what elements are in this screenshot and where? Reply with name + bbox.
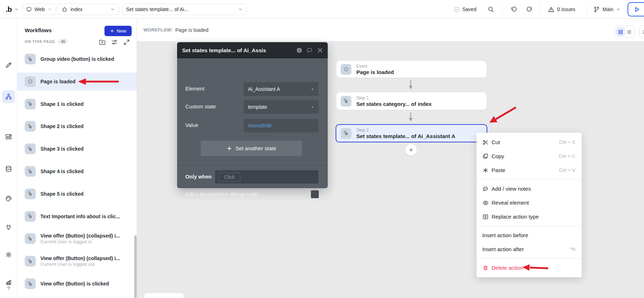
rail-item-styles[interactable] (2, 192, 15, 205)
scissors-icon (482, 139, 489, 146)
workflow-item-icon (25, 278, 36, 289)
menu-item-copy[interactable]: Copy Ctrl + C (477, 149, 582, 163)
rail-item-workflow[interactable] (2, 90, 15, 103)
search-icon[interactable] (487, 6, 494, 13)
workflows-panel: Workflows New ON THIS PAGE 45 Group vide… (17, 19, 137, 298)
branch-icon (593, 6, 600, 13)
click-icon (27, 213, 33, 219)
value-input[interactable]: HomeBNB (244, 119, 318, 132)
workflow-list-item[interactable]: Shape 3 is clicked (17, 140, 137, 158)
top-bar: .b Web index Set states template... of A… (0, 0, 644, 19)
divider (3, 99, 14, 100)
components-icon (5, 133, 12, 140)
platform-selector[interactable]: Web (22, 4, 56, 15)
chevron-down-icon (310, 87, 315, 92)
property-editor-header[interactable]: Set states template... of Ai_Assis (177, 42, 328, 58)
scissors-icon (482, 139, 492, 146)
menu-item-replace-action-type[interactable]: Replace action type (477, 210, 582, 224)
bubble-logo[interactable]: .b (6, 0, 19, 19)
menu-item-label: Delete action (492, 265, 523, 271)
gear-icon (5, 251, 12, 258)
issues-label: 0 issues (557, 6, 575, 12)
menu-item-insert-action-after[interactable]: Insert action after ^N (477, 242, 582, 256)
set-another-state-button[interactable]: Set another state (201, 141, 302, 156)
element-field-label: Element (185, 86, 204, 92)
menu-item-reveal-element[interactable]: Reveal element (477, 196, 582, 210)
undo-icon[interactable] (510, 6, 517, 13)
workflow-list-item[interactable]: Shape 1 is clicked (17, 95, 137, 113)
save-status: Saved (454, 0, 477, 19)
menu-item-add-view-notes[interactable]: Add / view notes (477, 182, 582, 196)
menu-item-cut[interactable]: Cut Ctrl + X (477, 135, 582, 149)
element-dropdown-value: Ai_Assistant A (248, 86, 280, 92)
element-dropdown[interactable]: Ai_Assistant A (244, 82, 318, 96)
workflow-header-label: WORKFLOW: (143, 28, 173, 33)
workflow-list-item[interactable]: View offer (Button) is clicked (17, 275, 137, 293)
issues-indicator[interactable]: 0 issues (548, 0, 575, 19)
filter-sliders-icon[interactable] (111, 39, 118, 46)
workflow-list-item[interactable]: View offer (Button) (collapsed) i... Cur… (17, 252, 137, 270)
expand-icon[interactable] (123, 39, 130, 46)
note-icon (642, 29, 644, 35)
rail-item-plugins[interactable] (2, 221, 15, 234)
workflow-list-item[interactable]: Shape 5 is clicked (17, 185, 137, 203)
card-view-toggle[interactable] (616, 27, 625, 36)
rail-item-settings[interactable] (2, 248, 15, 261)
rail-item-components[interactable] (2, 130, 15, 143)
workflow-header-value: Page is loaded (175, 27, 209, 33)
warning-icon (548, 6, 555, 13)
folder-plus-icon[interactable] (99, 39, 106, 46)
workflow-list-item[interactable]: Shape 2 is clicked (17, 117, 137, 135)
rail-item-design[interactable] (2, 59, 15, 72)
menu-item-delete-action[interactable]: Delete action (477, 261, 582, 275)
chevron-down-icon (238, 7, 243, 12)
property-editor-title: Set states template... of Ai_Assis (182, 47, 266, 53)
comment-icon[interactable] (306, 47, 313, 54)
flow-card[interactable]: Step 1 Set states category... of index (336, 92, 487, 110)
flow-card[interactable]: Event Page is loaded (336, 61, 487, 78)
check-circle-icon (454, 6, 460, 13)
workflow-list-item[interactable]: Shape 4 is clicked (17, 162, 137, 180)
workflow-count-badge: 45 (58, 39, 68, 44)
pencil-icon (5, 62, 12, 69)
menu-item-shortcut: Ctrl + C (559, 153, 575, 159)
canvas-extra-button[interactable] (639, 26, 644, 38)
workflow-list-item[interactable]: Group video (button) is clicked (17, 50, 137, 68)
branch-selector[interactable]: Main (593, 0, 621, 19)
page-label: index (70, 6, 82, 12)
plug-icon (5, 224, 12, 231)
help-button[interactable]: ? (0, 285, 17, 291)
custom-state-dropdown[interactable]: template (244, 100, 318, 114)
preview-button[interactable] (628, 2, 644, 16)
workflow-selector[interactable]: Set states template... of Ai... (122, 4, 247, 15)
menu-item-shortcut: Ctrl + X (559, 140, 575, 145)
only-when-input[interactable]: Click (215, 170, 318, 184)
menu-item-paste[interactable]: Paste Ctrl + V (477, 163, 582, 177)
close-icon[interactable] (317, 47, 323, 54)
flow-card-title: Set states template... of Ai_Assistant A (356, 133, 455, 139)
menu-divider (477, 179, 582, 180)
scrollbar-thumb[interactable] (134, 235, 137, 298)
list-view-toggle[interactable] (625, 27, 634, 36)
chevron-down-icon (48, 7, 52, 12)
workflow-list-item[interactable]: Text Important info about is clic... (17, 207, 137, 225)
flow-card[interactable]: Step 2 Set states template... of Ai_Assi… (336, 124, 487, 142)
click-icon (27, 168, 33, 175)
click-icon (27, 56, 33, 62)
menu-item-insert-action-before[interactable]: Insert action before (477, 228, 582, 242)
add-action-button[interactable] (405, 144, 417, 156)
on-this-page-section: ON THIS PAGE 45 (25, 39, 68, 44)
breakpoint-checkbox[interactable] (311, 190, 319, 198)
new-workflow-button[interactable]: New (104, 26, 132, 36)
property-editor-body: Element Ai_Assistant A Custom state temp… (177, 58, 328, 188)
workflow-item-label: View offer (Button) (collapsed) i... (40, 233, 120, 239)
rail-item-data[interactable] (2, 162, 15, 175)
redo-icon[interactable] (526, 6, 533, 13)
flow-card-kind: Step 2 (356, 128, 455, 133)
zoom-control[interactable] (144, 293, 184, 298)
workflow-list-item[interactable]: View offer (Button) (collapsed) i... Cur… (17, 230, 137, 248)
info-icon[interactable] (296, 47, 303, 54)
workflow-list-item[interactable]: Page is loaded (17, 73, 137, 91)
click-icon (27, 258, 33, 264)
page-selector[interactable]: index (58, 4, 119, 15)
